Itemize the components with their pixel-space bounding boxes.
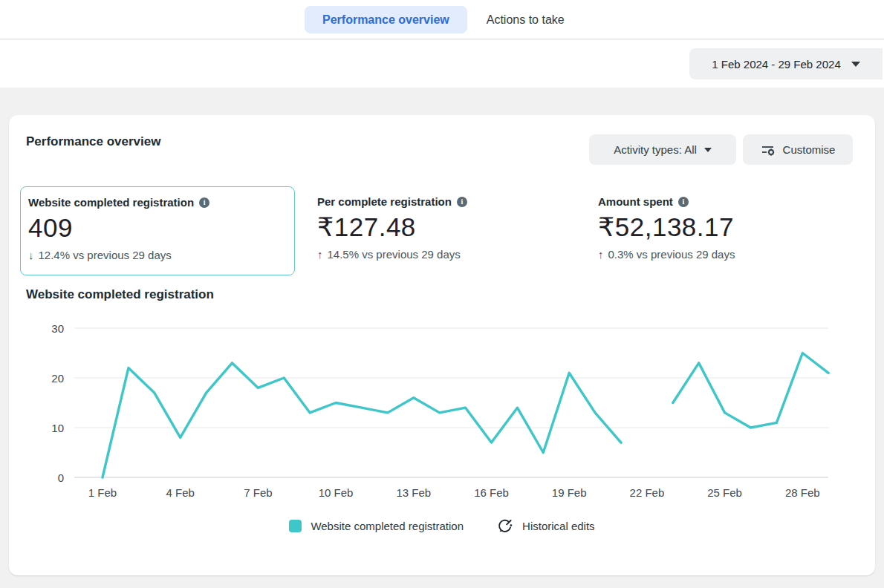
metric-delta: ↓ 12.4% vs previous 29 days bbox=[28, 249, 287, 261]
metric-label: Website completed registration bbox=[28, 196, 194, 209]
x-tick-label: 13 Feb bbox=[396, 486, 431, 499]
y-tick-label: 30 bbox=[51, 322, 64, 335]
date-range-button[interactable]: 1 Feb 2024 - 29 Feb 2024 bbox=[689, 48, 883, 79]
x-tick-label: 10 Feb bbox=[319, 486, 354, 499]
metric-value: ₹127.48 bbox=[317, 212, 577, 242]
metric-delta-text: 0.3% vs previous 29 days bbox=[608, 248, 735, 261]
date-range-label: 1 Feb 2024 - 29 Feb 2024 bbox=[712, 58, 840, 71]
chart-legend: Website completed registration Historica… bbox=[9, 514, 875, 537]
x-tick-label: 7 Feb bbox=[244, 486, 272, 499]
tab-actions-to-take-label: Actions to take bbox=[487, 13, 565, 27]
x-tick-label: 16 Feb bbox=[474, 486, 509, 499]
activity-types-label: Activity types: All bbox=[614, 143, 697, 156]
y-tick-label: 0 bbox=[58, 471, 64, 484]
customise-label: Customise bbox=[783, 143, 836, 156]
metric-label: Amount spent bbox=[598, 195, 673, 208]
arrow-down-icon: ↓ bbox=[28, 249, 34, 261]
line-chart-plot-area[interactable]: 01020301 Feb4 Feb7 Feb10 Feb13 Feb16 Feb… bbox=[9, 316, 875, 505]
x-tick-label: 22 Feb bbox=[630, 486, 665, 499]
x-tick-label: 4 Feb bbox=[166, 486, 195, 499]
metric-delta-text: 14.5% vs previous 29 days bbox=[328, 248, 461, 261]
legend-item-series[interactable]: Website completed registration bbox=[289, 520, 464, 532]
performance-overview-card: Performance overview Activity types: All… bbox=[9, 115, 875, 575]
metric-card-website-completed-registration[interactable]: Website completed registration i 409 ↓ 1… bbox=[20, 186, 295, 275]
chart-title: Website completed registration bbox=[26, 287, 214, 302]
tab-performance-overview[interactable]: Performance overview bbox=[305, 6, 467, 33]
chevron-down-icon bbox=[704, 148, 712, 152]
arrow-up-icon: ↑ bbox=[598, 248, 604, 261]
y-tick-label: 20 bbox=[51, 372, 64, 385]
customise-button[interactable]: Customise bbox=[743, 134, 853, 165]
settings-sliders-icon bbox=[761, 143, 776, 157]
tab-group: Performance overview Actions to take bbox=[305, 0, 584, 39]
y-tick-label: 10 bbox=[51, 422, 64, 434]
x-tick-label: 28 Feb bbox=[785, 486, 820, 499]
metric-delta: ↑ 0.3% vs previous 29 days bbox=[598, 248, 858, 261]
metric-delta-text: 12.4% vs previous 29 days bbox=[39, 249, 172, 261]
performance-dashboard: { "tabs": { "performance_label": "Perfor… bbox=[0, 0, 884, 588]
metric-card-per-complete-registration[interactable]: Per complete registration i ₹127.48 ↑ 14… bbox=[310, 186, 585, 275]
tab-actions-to-take[interactable]: Actions to take bbox=[467, 6, 584, 33]
info-icon[interactable]: i bbox=[199, 197, 209, 208]
metric-value: 409 bbox=[28, 213, 287, 243]
top-tab-bar: Performance overview Actions to take bbox=[0, 0, 884, 39]
chart-line-segment bbox=[103, 363, 621, 477]
panel-title: Performance overview bbox=[26, 134, 160, 149]
chart-line-segment bbox=[673, 353, 828, 428]
tab-performance-overview-label: Performance overview bbox=[322, 13, 449, 27]
legend-item-historical-edits[interactable]: Historical edits bbox=[496, 517, 595, 535]
arrow-up-icon: ↑ bbox=[317, 248, 323, 261]
x-tick-label: 1 Feb bbox=[88, 486, 117, 499]
series-color-swatch bbox=[289, 520, 302, 532]
legend-series-label: Website completed registration bbox=[311, 520, 464, 532]
metric-label: Per complete registration bbox=[317, 195, 452, 208]
x-tick-label: 25 Feb bbox=[707, 486, 742, 499]
historical-edits-icon bbox=[496, 517, 513, 535]
chevron-down-icon bbox=[851, 62, 860, 67]
info-icon[interactable]: i bbox=[457, 197, 467, 207]
metric-delta: ↑ 14.5% vs previous 29 days bbox=[317, 248, 577, 261]
x-tick-label: 19 Feb bbox=[552, 486, 587, 499]
info-icon[interactable]: i bbox=[678, 197, 689, 207]
metric-value: ₹52,138.17 bbox=[598, 212, 858, 242]
date-band: 1 Feb 2024 - 29 Feb 2024 bbox=[0, 40, 884, 88]
activity-types-button[interactable]: Activity types: All bbox=[589, 134, 736, 165]
legend-historical-label: Historical edits bbox=[522, 520, 595, 532]
metric-card-amount-spent[interactable]: Amount spent i ₹52,138.17 ↑ 0.3% vs prev… bbox=[591, 186, 865, 275]
